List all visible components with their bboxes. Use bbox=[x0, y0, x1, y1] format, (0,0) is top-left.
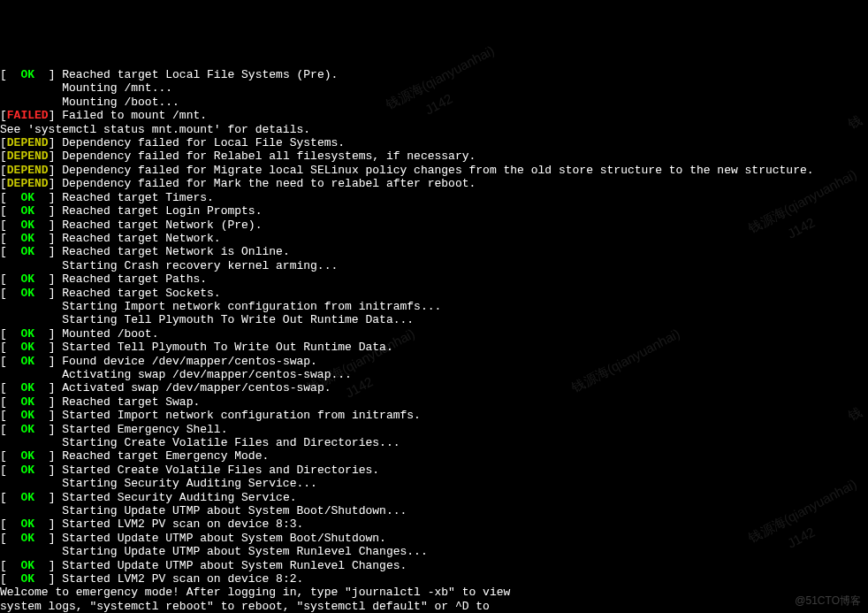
log-message: Starting Tell Plymouth To Write Out Runt… bbox=[62, 313, 414, 326]
status-tag: OK bbox=[7, 218, 49, 232]
log-message: Reached target Timers. bbox=[62, 191, 214, 204]
status-tag: OK bbox=[7, 532, 49, 545]
log-message: Mounting /mnt... bbox=[62, 81, 172, 95]
log-message: Started Update UTMP about System Runleve… bbox=[62, 559, 407, 572]
boot-log-line: Starting Create Volatile Files and Direc… bbox=[0, 436, 868, 449]
boot-log-line: [ OK ] Reached target Login Prompts. bbox=[0, 204, 868, 218]
boot-log-line: [ OK ] Started Update UTMP about System … bbox=[0, 532, 868, 545]
log-message: Started LVM2 PV scan on device 8:2. bbox=[62, 572, 303, 586]
log-message: Activating swap /dev/mapper/centos-swap.… bbox=[62, 368, 352, 381]
log-message: Reached target Network (Pre). bbox=[62, 218, 262, 232]
log-message: Started Emergency Shell. bbox=[62, 423, 227, 436]
boot-log-line: Starting Import network configuration fr… bbox=[0, 300, 868, 313]
boot-log-line: [ OK ] Found device /dev/mapper/centos-s… bbox=[0, 355, 868, 368]
status-tag: OK bbox=[7, 341, 49, 354]
log-message: Started LVM2 PV scan on device 8:3. bbox=[62, 517, 303, 531]
log-message: Starting Crash recovery kernel arming... bbox=[62, 259, 338, 272]
terminal-output: [ OK ] Reached target Local File Systems… bbox=[0, 68, 868, 613]
status-tag: DEPEND bbox=[7, 136, 49, 149]
boot-log-line: [ OK ] Reached target Timers. bbox=[0, 191, 868, 204]
log-message: Found device /dev/mapper/centos-swap. bbox=[62, 355, 317, 368]
log-message: Started Import network configuration fro… bbox=[62, 409, 421, 422]
boot-log-line: [ OK ] Reached target Network is Online. bbox=[0, 245, 868, 258]
log-message: Starting Create Volatile Files and Direc… bbox=[62, 436, 400, 449]
log-message: See 'systemctl status mnt.mount' for det… bbox=[0, 123, 310, 136]
boot-log-line: [ OK ] Started LVM2 PV scan on device 8:… bbox=[0, 572, 868, 586]
status-tag: DEPEND bbox=[7, 149, 49, 163]
log-message: Started Tell Plymouth To Write Out Runti… bbox=[62, 341, 392, 354]
status-tag: OK bbox=[7, 464, 49, 477]
log-message: Reached target Network is Online. bbox=[62, 245, 289, 258]
boot-log-line: Starting Security Auditing Service... bbox=[0, 477, 868, 490]
log-message: Dependency failed for Local File Systems… bbox=[62, 136, 345, 149]
status-tag: OK bbox=[7, 232, 49, 245]
boot-log-line: [FAILED] Failed to mount /mnt. bbox=[0, 109, 868, 122]
status-tag: OK bbox=[7, 287, 49, 300]
status-tag: OK bbox=[7, 245, 49, 258]
log-message: Dependency failed for Mark the need to r… bbox=[62, 177, 476, 190]
boot-log-line: [DEPEND] Dependency failed for Mark the … bbox=[0, 177, 868, 190]
boot-log-line: Mounting /boot... bbox=[0, 96, 868, 109]
status-tag: OK bbox=[7, 395, 49, 409]
log-message: Starting Update UTMP about System Runlev… bbox=[62, 545, 427, 558]
boot-log-line: [ OK ] Started Import network configurat… bbox=[0, 409, 868, 422]
log-message: Reached target Swap. bbox=[62, 395, 200, 409]
log-message: Starting Import network configuration fr… bbox=[62, 300, 441, 313]
boot-log-line: Welcome to emergency mode! After logging… bbox=[0, 586, 868, 599]
status-tag: OK bbox=[7, 191, 49, 204]
boot-log-line: Mounting /mnt... bbox=[0, 81, 868, 95]
boot-log-line: [ OK ] Activated swap /dev/mapper/centos… bbox=[0, 381, 868, 395]
status-tag: OK bbox=[7, 355, 49, 368]
boot-log-line: Starting Crash recovery kernel arming... bbox=[0, 259, 868, 272]
boot-log-line: [ OK ] Started Tell Plymouth To Write Ou… bbox=[0, 341, 868, 354]
log-message: Reached target Network. bbox=[62, 232, 220, 245]
log-message: Reached target Local File Systems (Pre). bbox=[62, 68, 338, 81]
status-tag: OK bbox=[7, 68, 49, 81]
boot-log-line: [ OK ] Started Create Volatile Files and… bbox=[0, 464, 868, 477]
boot-log-line: [ OK ] Reached target Network. bbox=[0, 232, 868, 245]
status-tag: DEPEND bbox=[7, 164, 49, 177]
log-message: system logs, "systemctl reboot" to reboo… bbox=[0, 600, 490, 613]
status-tag: OK bbox=[7, 409, 49, 422]
log-message: Activated swap /dev/mapper/centos-swap. bbox=[62, 381, 331, 395]
log-message: Started Create Volatile Files and Direct… bbox=[62, 464, 379, 477]
boot-log-line: system logs, "systemctl reboot" to reboo… bbox=[0, 600, 868, 613]
status-tag: OK bbox=[7, 381, 49, 395]
status-tag: OK bbox=[7, 423, 49, 436]
log-message: Reached target Paths. bbox=[62, 272, 207, 286]
log-message: Dependency failed for Migrate local SELi… bbox=[62, 164, 813, 177]
status-tag: OK bbox=[7, 491, 49, 504]
boot-log-line: [ OK ] Started Emergency Shell. bbox=[0, 423, 868, 436]
boot-log-line: [ OK ] Reached target Emergency Mode. bbox=[0, 449, 868, 463]
log-message: Starting Update UTMP about System Boot/S… bbox=[62, 504, 407, 517]
boot-log-line: [DEPEND] Dependency failed for Relabel a… bbox=[0, 149, 868, 163]
status-tag: OK bbox=[7, 272, 49, 286]
log-message: Welcome to emergency mode! After logging… bbox=[0, 586, 510, 599]
boot-log-line: See 'systemctl status mnt.mount' for det… bbox=[0, 123, 868, 136]
boot-log-line: [ OK ] Reached target Local File Systems… bbox=[0, 68, 868, 81]
log-message: Failed to mount /mnt. bbox=[62, 109, 207, 122]
log-message: Started Update UTMP about System Boot/Sh… bbox=[62, 532, 386, 545]
boot-log-line: [DEPEND] Dependency failed for Local Fil… bbox=[0, 136, 868, 149]
log-message: Mounted /boot. bbox=[62, 327, 158, 341]
log-message: Reached target Sockets. bbox=[62, 287, 220, 300]
boot-log-line: [ OK ] Reached target Swap. bbox=[0, 395, 868, 409]
status-tag: OK bbox=[7, 449, 49, 463]
boot-log-line: [ OK ] Started Security Auditing Service… bbox=[0, 491, 868, 504]
boot-log-line: Starting Tell Plymouth To Write Out Runt… bbox=[0, 313, 868, 326]
log-message: Started Security Auditing Service. bbox=[62, 491, 296, 504]
status-tag: FAILED bbox=[7, 109, 49, 122]
boot-log-line: [ OK ] Reached target Paths. bbox=[0, 272, 868, 286]
log-message: Dependency failed for Relabel all filesy… bbox=[62, 149, 476, 163]
boot-log-line: [DEPEND] Dependency failed for Migrate l… bbox=[0, 164, 868, 177]
status-tag: DEPEND bbox=[7, 177, 49, 190]
log-message: Reached target Login Prompts. bbox=[62, 204, 262, 218]
boot-log-line: [ OK ] Started Update UTMP about System … bbox=[0, 559, 868, 572]
boot-log-line: Activating swap /dev/mapper/centos-swap.… bbox=[0, 368, 868, 381]
status-tag: OK bbox=[7, 327, 49, 341]
status-tag: OK bbox=[7, 517, 49, 531]
log-message: Mounting /boot... bbox=[62, 96, 179, 109]
boot-log-line: Starting Update UTMP about System Boot/S… bbox=[0, 504, 868, 517]
log-message: Starting Security Auditing Service... bbox=[62, 477, 317, 490]
boot-log-line: [ OK ] Reached target Sockets. bbox=[0, 287, 868, 300]
